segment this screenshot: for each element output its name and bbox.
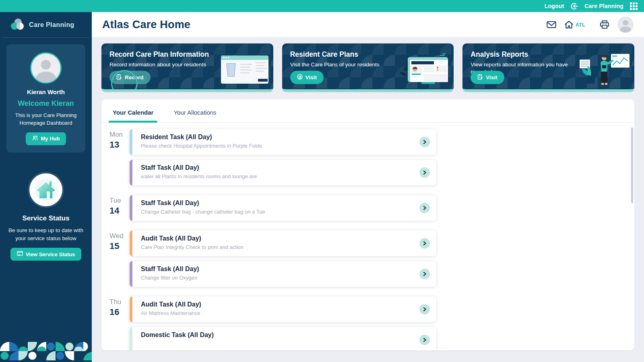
day-name: Wed [109,232,130,240]
visit-button-label: Visit [305,74,317,80]
calendar-day-group: Mon 13 Resident Task (All Day) Please ch… [106,129,634,185]
task-title: Staff Task (All Day) [141,265,414,273]
task-subtitle: Change filter on Oxygen [141,275,414,281]
record-illustration [220,54,269,87]
main-content: Record Care Plan Information Record info… [92,37,644,362]
calendar-panel: Your Calendar Your Allocations Mon 13 Re… [101,99,634,350]
care-planning-logo-icon [10,18,25,32]
profile-card: Kieran Worth Welcome Kieran This is your… [6,44,85,152]
care-plans-illustration [398,53,450,87]
task-subtitle: Care Plan Integrity Check to print and a… [141,244,414,250]
task-title: Audit Task (All Day) [141,301,414,308]
profile-welcome-text: Welcome Kieran [11,99,80,108]
analysis-reports-card[interactable]: Analysis Reports View reports about info… [462,43,634,92]
tabs-row: Your Calendar Your Allocations [101,99,634,123]
mail-icon[interactable] [547,21,556,29]
task-subtitle: Please check Hospital Appointments in Pu… [141,143,414,149]
service-status-description: Be sure to keep up to date with your ser… [6,226,86,243]
resident-care-plans-card[interactable]: Resident Care Plans Visit the Care Plans… [282,43,454,92]
page-title: Atlas Care Home [102,19,190,31]
app-switcher-label[interactable]: Care Planning [584,3,623,9]
analysis-illustration [579,51,630,87]
sidebar: Care Planning Kieran Worth Welcome Kiera… [0,12,92,362]
home-icon[interactable]: ATL [564,21,585,29]
chevron-right-icon[interactable] [419,304,430,315]
calendar-list: Mon 13 Resident Task (All Day) Please ch… [101,123,634,350]
task-title: Staff Task (All Day) [141,200,414,207]
day-name: Mon [109,131,130,139]
task-card[interactable]: Resident Task (All Day) Please check Hos… [130,129,436,155]
task-accent-bar [130,327,132,350]
service-house-icon [29,173,62,206]
profile-name: Kieran Worth [11,88,80,95]
svg-text:@: @ [298,75,301,79]
task-accent-bar [130,296,132,322]
visit-care-plans-button[interactable]: @ Visit [290,71,324,84]
profile-description: This is your Care Planning Homepage Dash… [11,112,80,127]
task-accent-bar [130,261,132,287]
task-card[interactable]: Staff Task (All Day) water all Plants in… [130,160,436,185]
clipboard-edit-icon [477,74,483,81]
day-number: 15 [109,241,130,251]
task-title: Audit Task (All Day) [141,235,414,242]
chevron-right-icon[interactable] [419,203,430,213]
page-header: Atlas Care Home ATL [92,12,644,37]
task-title: Resident Task (All Day) [141,134,414,141]
chevron-right-icon[interactable] [419,269,430,279]
task-subtitle: water all Plants in residents rooms and … [141,173,414,179]
profile-avatar [30,52,62,84]
panel-scrollbar-thumb[interactable] [631,128,633,203]
task-card[interactable]: Domestic Task (All Day) [130,327,436,350]
clipboard-edit-icon [116,74,122,81]
calendar-day-group: Wed 15 Audit Task (All Day) Care Plan In… [106,230,634,287]
tab-your-allocations[interactable]: Your Allocations [173,109,216,122]
service-status-section: Service Status Be sure to keep up to dat… [0,173,92,261]
task-title: Domestic Task (All Day) [141,331,414,339]
calendar-day-group: Tue 14 Staff Task (All Day) Change Cathe… [106,195,634,221]
view-service-status-button[interactable]: View Service Status [10,248,82,261]
task-accent-bar [130,230,132,256]
card-subtitle: Record information about your residents [109,61,218,68]
logout-icon[interactable] [570,2,578,10]
task-subtitle: Air Mattress Maintenance [141,310,414,316]
task-card[interactable]: Audit Task (All Day) Air Mattress Mainte… [130,296,436,322]
visit-button-label: Visit [486,74,497,80]
my-hub-button[interactable]: My Hub [26,132,66,145]
task-card[interactable]: Staff Task (All Day) Change Catheter bag… [130,195,436,221]
chevron-right-icon[interactable] [419,137,430,147]
print-icon[interactable] [600,20,609,29]
task-accent-bar [130,129,132,155]
view-service-status-label: View Service Status [26,251,75,257]
task-title: Staff Task (All Day) [141,164,414,171]
service-status-title: Service Status [6,214,86,222]
tab-your-calendar[interactable]: Your Calendar [113,109,153,122]
record-care-plan-card[interactable]: Record Care Plan Information Record info… [101,43,273,92]
logout-button[interactable]: Logout [545,3,564,9]
my-hub-label: My Hub [41,136,60,142]
decorative-mosaic [0,342,92,362]
chevron-right-icon[interactable] [419,167,430,178]
card-subtitle: Visit the Care Plans of your residents [290,61,399,68]
user-avatar[interactable] [617,16,634,33]
brand-name: Care Planning [29,21,74,29]
day-name: Thu [109,298,130,306]
task-subtitle: Change Catheter bag - change catheter ba… [141,209,414,215]
apps-grid-icon[interactable] [630,2,638,10]
chevron-right-icon[interactable] [419,238,430,249]
people-icon [32,136,38,142]
task-accent-bar [130,160,132,185]
brand-logo-row: Care Planning [2,12,89,38]
chevron-right-icon[interactable] [419,335,430,345]
day-number: 13 [109,140,130,150]
home-code-label: ATL [576,22,585,28]
record-button[interactable]: Record [109,71,151,84]
visit-reports-button[interactable]: Visit [471,71,504,84]
at-icon: @ [297,74,303,81]
task-accent-bar [130,195,132,221]
service-monitor-icon [17,251,23,257]
top-bar: Logout Care Planning [0,0,644,12]
day-number: 14 [109,206,130,216]
task-card[interactable]: Audit Task (All Day) Care Plan Integrity… [130,230,436,256]
task-card[interactable]: Staff Task (All Day) Change filter on Ox… [130,261,436,287]
record-button-label: Record [125,74,144,80]
